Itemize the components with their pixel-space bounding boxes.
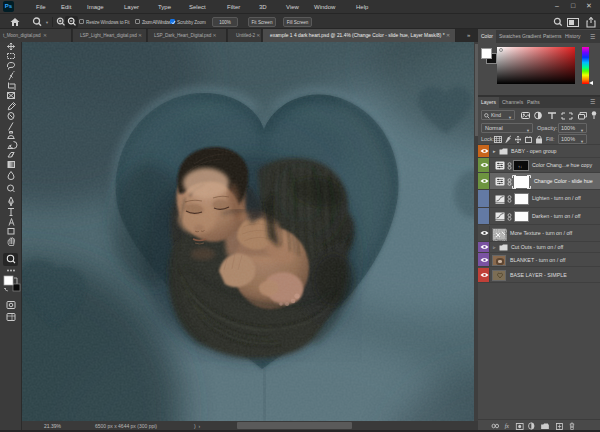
svg-text:fx: fx <box>505 422 509 430</box>
